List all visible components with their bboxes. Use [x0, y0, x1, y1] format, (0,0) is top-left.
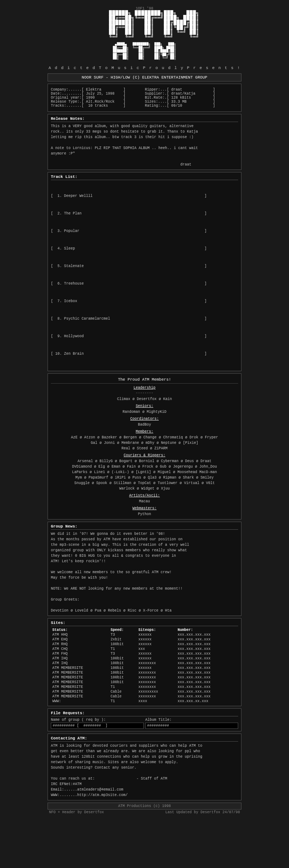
file-requests-box: File Requests: Name of group ( req by ):…: [48, 708, 241, 731]
track-4: [ 4. Sleep ]: [51, 246, 238, 252]
table-cell: xxxxxxxx: [137, 670, 176, 675]
footer-center: ATM Productions (c) 1998: [48, 803, 241, 810]
release-info-left: Company:......[ Elektra ] Date:.........…: [51, 88, 144, 108]
members-line2: Gal ø Jonni ø Membrane ø mDhy ø Neptune …: [51, 440, 238, 446]
leadership-heading: Leadership: [51, 386, 238, 390]
table-cell: ATM MEMBERSITE: [51, 694, 109, 699]
table-cell: xxxxxx: [137, 642, 176, 647]
table-row: ATM FHQT3xxxxxxxxx.xxx.xxx.xxx: [51, 651, 238, 656]
table-cell: xxx.xxx.xxx.xxx: [176, 685, 238, 689]
table-cell: ATM IHQ: [51, 661, 109, 666]
col-siteops: Siteops:: [137, 628, 176, 632]
table-cell: xxxxxx: [137, 656, 176, 661]
table-cell: 2xbit: [109, 637, 137, 642]
table-row: WWW:T1xxxxxxx.xxx.xx.xxx: [51, 699, 238, 704]
info-size: Sizes:....[ 33.3 MB ]: [145, 100, 238, 104]
couriers-line6: Warlock ø Widget ø Xjuu: [51, 486, 238, 491]
group-news-title: Group News:: [51, 524, 238, 530]
members-box: The Proud ATM Members! Leadership ------…: [48, 373, 241, 519]
leadership-dashes: --------: [51, 391, 238, 395]
track-9: [ 9. Hollywood ]: [51, 334, 238, 339]
table-cell: ATM MEMBERSITE: [51, 685, 109, 689]
table-cell: xxx.xxx.xx.xxx: [176, 699, 238, 704]
members-section-title: The Proud ATM Members!: [51, 376, 238, 384]
track-7: [ 7. Icebox ]: [51, 298, 238, 304]
table-row: ATM MEMBERSITET1xxxxxxxxxxx.xxx.xxx.xxx: [51, 685, 238, 689]
members-heading: Members:: [51, 430, 238, 434]
table-cell: xxxxxxxx: [137, 661, 176, 666]
table-cell: 100bit: [109, 680, 137, 685]
table-cell: xxxxxx: [137, 632, 176, 637]
table-cell: xxxxxx: [137, 666, 176, 670]
track-list-content: [ 1. Deeper Wellll ] [ 2. The Plan ] [ 3…: [51, 182, 238, 369]
track-2: [ 2. The Plan ]: [51, 211, 238, 217]
release-info-grid: Company:......[ Elektra ] Date:.........…: [51, 86, 238, 109]
table-cell: Cable: [109, 694, 137, 699]
track-3: [ 3. Popular ]: [51, 228, 238, 234]
table-cell: T3: [109, 632, 137, 637]
webmasters-members: Python: [51, 511, 238, 517]
file-req-name-col: Name of group ( req by ):: [51, 718, 144, 729]
table-row: ATM CHQT1xxxxxx.xxx.xxx.xxx: [51, 647, 238, 651]
table-cell: xxx: [137, 647, 176, 651]
table-cell: ATM FHQ: [51, 651, 109, 656]
track-list-box: Track List: [ 1. Deeper Wellll ] [ 2. Th…: [48, 172, 241, 371]
col-number: Number:: [176, 628, 238, 632]
table-cell: xxx.xxx.xxx.xxx: [176, 632, 238, 637]
table-cell: 100bit: [109, 642, 137, 647]
couriers-line1: Arsenal ø BillyG ø Bogart ø Borniol ø Cy…: [51, 458, 238, 464]
table-cell: xxxxxxxx: [137, 675, 176, 680]
couriers-line5: Snuggle ø Spook ø Stillman ø TopCat ø Tu…: [51, 480, 238, 486]
couriers-heading: Couriers & Rippers:: [51, 453, 238, 457]
table-row: ATM RHQ100bitxxxxxxxxx.xxx.xxx.xxx: [51, 642, 238, 647]
col-status: Status:: [51, 628, 109, 632]
table-row: ATM IHQ100bitxxxxxxxxx.xxx.xxx.xxx: [51, 656, 238, 661]
sites-table-header: Status: Speed: Siteops: Number:: [51, 628, 238, 632]
table-cell: ATM MEMBERSITE: [51, 670, 109, 675]
footer-center-text: ATM Productions (c) 1998: [118, 804, 171, 808]
header-section: 1OF1 '98 ██████╗ ████████╗███╗ ███╗ ██╔═…: [48, 3, 241, 72]
artists-members: Macau: [51, 499, 238, 504]
table-cell: xxxxxxxxx: [137, 689, 176, 694]
members-line1: AzE ø Atzon ø Bazeker ø Bergen ø Change …: [51, 435, 238, 440]
track-6: [ 6. Treehouse ]: [51, 281, 238, 287]
file-req-name-input[interactable]: [51, 723, 144, 729]
nfo-header: NOOR SURF - HIGH/LOW (C) ELEKTRA ENTERTA…: [48, 73, 241, 81]
table-cell: Cable: [109, 689, 137, 694]
track-8: [ 8. Psychic Caramelarcmel ]: [51, 316, 238, 322]
table-cell: 100bit: [109, 675, 137, 680]
table-cell: xxx.xxx.xxx.xxx: [176, 670, 238, 675]
artists-heading: Artists/Ascii:: [51, 494, 238, 498]
table-cell: xxxx: [137, 699, 176, 704]
release-info-right: Ripper:...[ draat ] Supplier:.[ draat/Ka…: [145, 88, 238, 108]
table-cell: ATM HHQ: [51, 632, 109, 637]
table-cell: T3: [109, 651, 137, 656]
info-date: Date:.........[ July 25, 1998 ]: [51, 92, 144, 96]
table-cell: xxxxxxxx: [137, 694, 176, 699]
tagline: A d d i c t e d T o M u s i c P r o u d …: [48, 66, 241, 70]
table-row: ATM MEMBERSITECablexxxxxxxxxxxx.xxx.xxx.…: [51, 689, 238, 694]
table-cell: xxxxxxxx: [137, 685, 176, 689]
table-cell: ATM EHQ: [51, 637, 109, 642]
track-5: [ 5. Stalenate ]: [51, 263, 238, 269]
table-cell: ATM IHQ: [51, 656, 109, 661]
table-row: ATM EHQ2xbitxxxxxxxxx.xxx.xxx.xxx: [51, 637, 238, 642]
table-row: ATM IHQ100bitxxxxxxxxxxx.xxx.xxx.xxx: [51, 661, 238, 666]
table-cell: xxx.xxx.xxx.xxx: [176, 675, 238, 680]
sites-title: Sites:: [51, 621, 238, 626]
table-cell: ATM MEMBERSITE: [51, 680, 109, 685]
table-cell: xxx.xxx.xxx.xxx: [176, 694, 238, 699]
table-row: ATM MEMBERSITECablexxxxxxxxxxx.xxx.xxx.x…: [51, 694, 238, 699]
release-notes-box: Release Notes: This is a VERY good album…: [48, 114, 241, 170]
file-req-album-input[interactable]: [145, 723, 238, 729]
table-cell: 100bit: [109, 666, 137, 670]
file-req-name-label: Name of group ( req by ):: [51, 718, 144, 722]
table-cell: WWW:: [51, 699, 109, 704]
group-news-text: We did it in '97! We gonna do it even be…: [51, 531, 238, 613]
table-cell: ATM MEMBERSITE: [51, 666, 109, 670]
table-cell: xxx.xxx.xxx.xxx: [176, 656, 238, 661]
table-cell: xxx.xxx.xxx.xxx: [176, 661, 238, 666]
sites-table: Status: Speed: Siteops: Number: ATM HHQT…: [51, 628, 238, 704]
nfo-title: NOOR SURF - HIGH/LOW (C) ELEKTRA ENTERTA…: [82, 75, 207, 80]
info-ripper: Ripper:...[ draat ]: [145, 88, 238, 92]
